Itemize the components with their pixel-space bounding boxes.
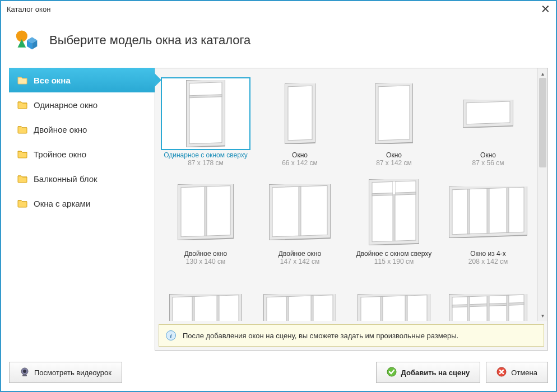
catalog-item[interactable] [253,271,347,321]
item-thumbnail [161,274,250,321]
svg-rect-58 [487,296,489,321]
folder-icon [17,173,28,184]
close-icon[interactable]: ✕ [539,2,553,16]
scroll-up-icon[interactable]: ▴ [540,69,545,78]
sidebar-item[interactable]: Балконный блок [9,166,155,191]
item-size: 66 x 142 см [282,159,318,167]
folder-icon [17,124,28,135]
sidebar-item[interactable]: Все окна [9,68,155,92]
svg-rect-13 [378,86,410,141]
cancel-label: Отмена [511,368,537,377]
svg-rect-10 [288,86,312,141]
sidebar-item-label: Окна с арками [34,199,90,208]
item-name: Одинарное с окном сверху [164,151,248,159]
sidebar-item-label: Одинарное окно [34,100,98,110]
svg-point-62 [23,370,26,373]
catalog-grid: Одинарное с окном сверху 87 x 178 см Окн… [155,68,537,321]
folder-icon [17,198,28,209]
item-name: Окно [480,151,496,159]
sidebar-item-label: Балконный блок [34,174,98,184]
scroll-down-icon[interactable]: ▾ [540,311,545,320]
item-size: 87 x 142 см [376,159,412,167]
item-thumbnail [161,77,250,150]
catalog-item[interactable]: Двойное окно 130 x 140 см [159,172,253,271]
scroll-track[interactable] [538,78,547,311]
sidebar-item[interactable]: Тройное окно [9,142,155,166]
sidebar-item[interactable]: Одинарное окно [9,92,155,117]
header: Выберите модель окна из каталога [1,17,556,68]
svg-rect-59 [507,295,509,321]
item-thumbnail [349,176,439,249]
item-thumbnail [161,176,250,249]
window-title: Каталог окон [7,5,50,13]
catalog-item[interactable] [441,271,535,321]
svg-rect-35 [467,189,470,234]
info-icon: i [166,330,176,340]
hint-bar: i После добавления окон на сцену, вы смо… [159,324,544,347]
catalog-item[interactable]: Двойное с окном сверху 115 x 190 см [347,172,441,271]
item-name: Окно из 4-х [470,250,505,258]
svg-rect-40 [173,295,239,321]
item-thumbnail [443,176,533,249]
item-size: 87 x 178 см [188,159,224,167]
item-thumbnail [349,274,439,321]
sidebar-item-label: Все окна [34,76,71,85]
item-name: Двойное окно [184,250,227,258]
catalog-item[interactable]: Окно из 4-х 208 x 142 см [441,172,535,271]
item-name: Двойное с окном сверху [356,250,432,258]
sidebar-item[interactable]: Двойное окно [9,117,155,142]
svg-rect-20 [205,186,207,236]
catalog-item[interactable]: Двойное окно 147 x 142 см [253,172,347,271]
cancel-icon [496,367,507,379]
item-thumbnail [255,77,345,150]
footer: Посмотреть видеоурок Добавить на сцену О… [1,356,556,391]
cancel-button[interactable]: Отмена [486,362,548,383]
svg-rect-24 [299,186,301,236]
svg-rect-57 [467,297,470,321]
sidebar-item-label: Тройное окно [34,150,86,159]
hint-text: После добавления окон на сцену, вы сможе… [183,332,458,340]
sidebar-item-label: Двойное окно [34,125,87,134]
scroll-thumb[interactable] [539,78,546,167]
add-to-scene-button[interactable]: Добавить на сцену [376,362,481,383]
catalog-item[interactable]: Окно 87 x 142 см [347,74,441,172]
svg-rect-37 [507,188,509,232]
svg-rect-42 [217,296,219,321]
catalog-item[interactable]: Окно 66 x 142 см [253,74,347,172]
page-title: Выберите модель окна из каталога [49,33,250,48]
video-tutorial-label: Посмотреть видеоурок [34,368,112,377]
svg-rect-51 [380,296,383,321]
add-to-scene-label: Добавить на сцену [401,368,470,377]
app-icon [15,27,39,53]
item-name: Окно [292,151,308,159]
item-thumbnail [443,77,533,150]
item-name: Двойное окно [278,250,321,258]
video-tutorial-button[interactable]: Посмотреть видеоурок [9,362,122,383]
sidebar: Все окна Одинарное окно Двойное окно Тро… [9,68,155,351]
svg-rect-6 [189,82,222,144]
svg-rect-45 [267,295,333,321]
svg-rect-30 [393,181,395,194]
svg-rect-41 [192,296,194,321]
titlebar: Каталог окон ✕ [1,1,556,17]
folder-icon [17,99,28,110]
catalog-panel: Одинарное с окном сверху 87 x 178 см Окн… [155,68,548,351]
item-size: 208 x 142 см [468,258,508,265]
svg-rect-50 [361,295,427,321]
catalog-item[interactable] [347,271,441,321]
scrollbar[interactable]: ▴ ▾ [537,68,547,321]
svg-rect-63 [22,375,27,376]
catalog-item[interactable]: Одинарное с окном сверху 87 x 178 см [159,74,253,172]
sidebar-item[interactable]: Окна с арками [9,191,155,216]
webcam-icon [20,367,30,379]
svg-rect-46 [286,296,289,321]
item-thumbnail [255,274,345,321]
svg-rect-16 [466,101,510,124]
item-name: Окно [386,151,402,159]
item-size: 87 x 56 см [472,159,504,167]
catalog-item[interactable]: Окно 87 x 56 см [441,74,535,172]
item-size: 115 x 190 см [374,258,414,265]
folder-icon [17,148,28,160]
svg-rect-52 [405,296,407,321]
catalog-item[interactable] [159,271,253,321]
